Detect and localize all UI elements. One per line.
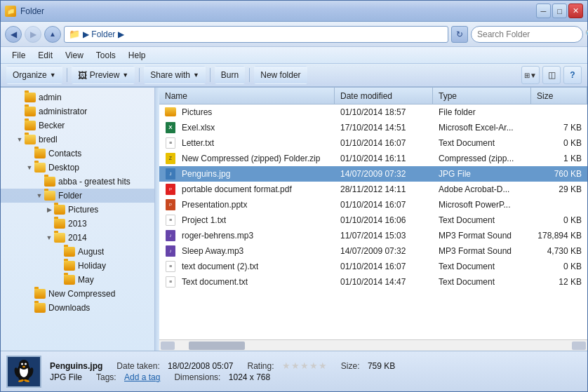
search-input[interactable] <box>477 29 582 39</box>
status-tags: Tags: Add a tag <box>96 372 160 382</box>
hscroll-right-btn[interactable] <box>572 342 586 350</box>
expand-icon: ▼ <box>44 233 54 243</box>
table-row[interactable]: J Penguins.jpg 14/07/2009 07:32 JPG File… <box>159 166 587 182</box>
rating-label: Rating: <box>247 361 274 371</box>
new-folder-button[interactable]: New folder <box>254 66 307 84</box>
share-with-button[interactable]: Share with ▼ <box>144 66 206 84</box>
sidebar-item-admin[interactable]: admin <box>1 90 154 104</box>
file-type: Adobe Acrobat-D... <box>433 184 531 194</box>
view-details-button[interactable]: ⊞▼ <box>521 66 540 84</box>
file-type: Text Document <box>433 277 531 287</box>
star-1[interactable]: ★ <box>282 360 290 371</box>
refresh-button[interactable]: ↻ <box>451 26 468 43</box>
file-icon: X <box>162 122 179 133</box>
folder-icon <box>54 233 65 243</box>
svg-point-3 <box>19 360 29 370</box>
svg-point-4 <box>21 363 23 365</box>
tags-value[interactable]: Add a tag <box>124 372 160 382</box>
hscroll-left-btn[interactable] <box>161 342 175 350</box>
column-header-date[interactable]: Date modified <box>335 88 433 104</box>
table-row[interactable]: ≡ text document (2).txt 01/10/2014 16:07… <box>159 259 587 274</box>
share-chevron-icon: ▼ <box>193 72 199 79</box>
star-5[interactable]: ★ <box>319 360 327 371</box>
search-box[interactable]: 🔍 <box>471 26 583 43</box>
hide-pane-button[interactable]: ◫ <box>542 66 561 84</box>
sidebar-item-downloads[interactable]: Downloads <box>1 301 154 315</box>
table-row[interactable]: X Exel.xlsx 17/10/2014 14:51 Microsoft E… <box>159 120 587 135</box>
horizontal-scrollbar[interactable] <box>159 339 587 351</box>
menu-bar: File Edit View Tools Help <box>1 47 587 64</box>
main-content: admin administrator Becker ▼ bredl Co <box>1 88 587 351</box>
sidebar-item-august[interactable]: August <box>1 245 154 259</box>
file-type: Microsoft Excel-Ar... <box>433 123 531 133</box>
table-row[interactable]: Pictures 01/10/2014 18:57 File folder <box>159 104 587 120</box>
file-list[interactable]: Pictures 01/10/2014 18:57 File folder X … <box>159 104 587 339</box>
sidebar-item-contacts[interactable]: Contacts <box>1 147 154 161</box>
back-button[interactable]: ◀ <box>5 26 22 43</box>
sidebar-label: administrator <box>39 107 87 116</box>
sidebar[interactable]: admin administrator Becker ▼ bredl Co <box>1 88 155 351</box>
menu-file[interactable]: File <box>6 49 31 62</box>
sidebar-item-bredl[interactable]: ▼ bredl <box>1 133 154 147</box>
sidebar-item-desktop[interactable]: ▼ Desktop <box>1 161 154 175</box>
sidebar-item-2013[interactable]: 2013 <box>1 217 154 231</box>
file-date: 14/07/2009 07:32 <box>335 169 433 179</box>
help-button[interactable]: ? <box>563 66 582 84</box>
column-header-size[interactable]: Size <box>531 88 587 104</box>
sidebar-item-folder[interactable]: ▼ Folder <box>1 189 154 203</box>
menu-edit[interactable]: Edit <box>32 49 58 62</box>
sidebar-item-newcompressed[interactable]: New Compressed <box>1 287 154 301</box>
file-icon: P <box>162 184 179 195</box>
close-button[interactable]: ✕ <box>568 4 583 18</box>
table-row[interactable]: ♪ Sleep Away.mp3 14/07/2009 07:32 MP3 Fo… <box>159 243 587 259</box>
table-row[interactable]: P portable document format.pdf 28/11/201… <box>159 182 587 197</box>
rating-stars[interactable]: ★ ★ ★ ★ ★ <box>282 360 327 371</box>
column-header-name[interactable]: Name <box>159 88 335 104</box>
sidebar-item-pictures[interactable]: ▶ Pictures <box>1 203 154 217</box>
sidebar-item-holiday[interactable]: Holiday <box>1 259 154 273</box>
sidebar-label: Pictures <box>68 205 98 215</box>
expand-icon <box>25 303 34 313</box>
expand-icon <box>15 93 25 102</box>
forward-button[interactable]: ▶ <box>25 26 41 43</box>
table-row[interactable]: ≡ Text document.txt 01/10/2014 14:47 Tex… <box>159 274 587 290</box>
star-4[interactable]: ★ <box>309 360 318 371</box>
up-button[interactable]: ▲ <box>44 26 61 43</box>
file-name: Letter.txt <box>182 138 214 148</box>
filetype-value: JPG File <box>50 372 82 382</box>
menu-help[interactable]: Help <box>123 49 152 62</box>
maximize-button[interactable]: □ <box>552 4 567 18</box>
organize-button[interactable]: Organize ▼ <box>6 66 62 84</box>
star-3[interactable]: ★ <box>300 360 309 371</box>
file-date: 28/11/2012 14:11 <box>335 184 433 194</box>
sidebar-label: abba - greatest hits <box>58 177 131 187</box>
column-header-type[interactable]: Type <box>433 88 531 104</box>
file-date: 11/07/2014 15:03 <box>335 231 433 241</box>
table-row[interactable]: ≡ Project 1.txt 01/10/2014 16:06 Text Do… <box>159 212 587 228</box>
sidebar-label: 2013 <box>68 219 87 229</box>
window-title: Folder <box>20 6 44 16</box>
file-size: 0 KB <box>531 215 587 225</box>
sidebar-item-abba[interactable]: abba - greatest hits <box>1 175 154 189</box>
table-row[interactable]: ≡ Letter.txt 01/10/2014 16:07 Text Docum… <box>159 135 587 151</box>
minimize-button[interactable]: ─ <box>536 4 551 18</box>
address-path[interactable]: 📁 ▶ Folder ▶ <box>64 26 448 43</box>
file-name-cell: Pictures <box>159 107 335 117</box>
menu-view[interactable]: View <box>60 49 89 62</box>
sidebar-item-2014[interactable]: ▼ 2014 <box>1 231 154 245</box>
table-row[interactable]: ♪ roger-behrens.mp3 11/07/2014 15:03 MP3… <box>159 228 587 243</box>
sidebar-item-may[interactable]: May <box>1 273 154 287</box>
file-name: Project 1.txt <box>182 215 226 225</box>
star-2[interactable]: ★ <box>291 360 300 371</box>
burn-button[interactable]: Burn <box>215 66 245 84</box>
status-size: Size: 759 KB <box>341 360 395 371</box>
sidebar-item-administrator[interactable]: administrator <box>1 104 154 119</box>
table-row[interactable]: P Presentation.pptx 01/10/2014 16:07 Mic… <box>159 197 587 212</box>
menu-tools[interactable]: Tools <box>91 49 121 62</box>
sidebar-item-becker[interactable]: Becker <box>1 119 154 133</box>
folder-icon <box>34 303 46 313</box>
table-row[interactable]: Z New Compressed (zipped) Folder.zip 01/… <box>159 151 587 166</box>
status-row-2: JPG File Tags: Add a tag Dimensions: 102… <box>50 372 582 382</box>
hscroll-thumb[interactable] <box>189 342 245 350</box>
preview-button[interactable]: 🖼 Preview ▼ <box>72 66 135 84</box>
